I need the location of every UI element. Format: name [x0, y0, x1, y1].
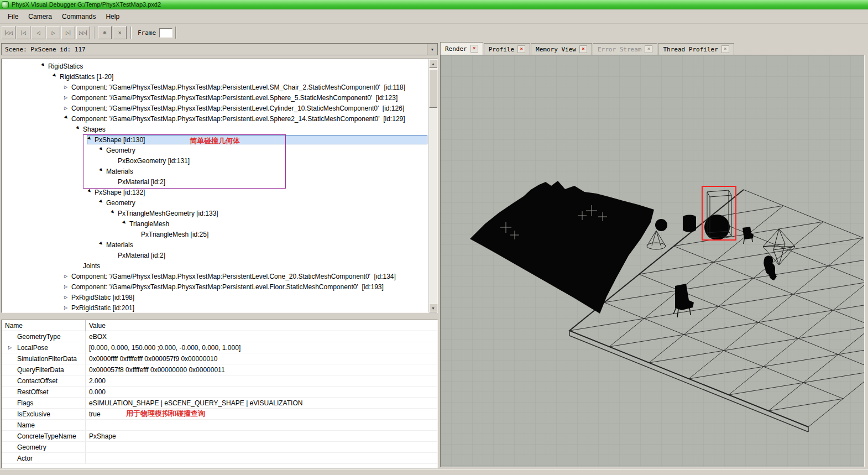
next-frame-button[interactable]: ▷|: [61, 26, 75, 39]
tree-item-body[interactable]: ▶RigidStatics [1-20]: [52, 72, 427, 81]
play-button[interactable]: ▷: [46, 26, 60, 39]
tree-item-body[interactable]: ▷Component: '/Game/PhysxTestMap.PhysxTes…: [64, 272, 427, 281]
property-row-name[interactable]: Name: [2, 420, 437, 431]
tab-close-icon[interactable]: ×: [721, 45, 729, 53]
tree-collapsed-arrow-icon[interactable]: ▷: [64, 274, 71, 279]
tree-item[interactable]: ▶TriangleMesh: [2, 218, 427, 229]
tree-item-body[interactable]: ▶Component: '/Game/PhysxTestMap.PhysxTes…: [64, 114, 427, 123]
first-frame-button[interactable]: |◁◁: [2, 26, 15, 39]
tree-collapsed-arrow-icon[interactable]: ▷: [64, 106, 71, 111]
last-frame-button[interactable]: ▷▷|: [76, 26, 90, 39]
tree-item[interactable]: ▶Geometry: [2, 197, 427, 208]
property-expand-arrow-icon[interactable]: ▷: [8, 345, 12, 350]
tree-item-body[interactable]: ▶PxShape [id:132]: [87, 187, 427, 197]
tree-expanded-arrow-icon[interactable]: ▶: [40, 62, 48, 70]
tree-item[interactable]: ▷Component: '/Game/PhysxTestMap.PhysxTes…: [2, 92, 427, 103]
tree-item[interactable]: ▷PxRigidStatic [id:201]: [2, 302, 427, 313]
scrollbar-thumb[interactable]: [429, 69, 437, 108]
tree-item[interactable]: ▷PxRigidStatic [id:198]: [2, 292, 427, 302]
tree-item-body[interactable]: ▶PxTriangleMeshGeometry [id:133]: [110, 208, 427, 218]
tree-expanded-arrow-icon[interactable]: ▶: [87, 135, 95, 143]
tab-close-icon[interactable]: ×: [645, 45, 652, 53]
tab-thread-profiler[interactable]: Thread Profiler×: [658, 43, 734, 55]
property-row-queryfilterdata[interactable]: QueryFilterData0x000057f8 0xffffefff 0x0…: [2, 364, 437, 375]
tree-item[interactable]: ▷Component: '/Game/PhysxTestMap.PhysxTes…: [2, 271, 427, 281]
tree-item-body[interactable]: ▶Shapes: [75, 124, 427, 134]
step-back-button[interactable]: ◁: [32, 26, 45, 39]
tree-expanded-arrow-icon[interactable]: ▶: [64, 114, 71, 122]
frame-input[interactable]: [159, 28, 172, 38]
tree-item-body[interactable]: ▷PxRigidStatic [id:198]: [64, 293, 427, 302]
menu-item-file[interactable]: File: [3, 11, 23, 22]
tree-item[interactable]: Joints: [2, 260, 427, 271]
tree-item[interactable]: ▷Component: '/Game/PhysxTestMap.PhysxTes…: [2, 82, 427, 92]
tree-item-body[interactable]: PxTriangleMesh [id:25]: [133, 229, 427, 239]
tree-item-body[interactable]: Joints: [75, 261, 427, 270]
tree-item-body[interactable]: ▶Geometry: [98, 198, 427, 207]
tree-item[interactable]: PxMaterial [id:2]: [2, 176, 427, 187]
property-row-actor[interactable]: Actor: [2, 453, 437, 464]
tree-collapsed-arrow-icon[interactable]: ▷: [64, 284, 71, 289]
tree-collapsed-arrow-icon[interactable]: ▷: [64, 295, 71, 300]
property-row-simulationfilterdata[interactable]: SimulationFilterData0x0000ffff 0xffffeff…: [2, 353, 437, 364]
tree-item[interactable]: ▶RigidStatics: [2, 61, 427, 71]
tree-item[interactable]: ▶Materials: [2, 166, 427, 176]
tree-item[interactable]: ▶Materials: [2, 239, 427, 250]
tree-collapsed-arrow-icon[interactable]: ▷: [64, 305, 71, 310]
scroll-down-arrow-icon[interactable]: ▼: [429, 304, 437, 312]
previous-frame-button[interactable]: |◁: [17, 26, 30, 39]
tree-expanded-arrow-icon[interactable]: ▶: [75, 125, 83, 133]
tree-item-body[interactable]: PxMaterial [id:2]: [110, 177, 427, 186]
title-bar[interactable]: PhysX Visual Debugger G:/Temp/PhysXTestM…: [0, 0, 868, 9]
tree-item-body[interactable]: ▷Component: '/Game/PhysxTestMap.PhysxTes…: [64, 82, 427, 92]
tree-expanded-arrow-icon[interactable]: ▶: [122, 220, 129, 227]
menu-item-commands[interactable]: Commands: [57, 11, 101, 22]
tab-close-icon[interactable]: ×: [470, 45, 478, 53]
property-row-geometry[interactable]: Geometry: [2, 442, 437, 453]
property-row-localpose[interactable]: ▷LocalPose[0.000, 0.000, 150.000 ;0.000,…: [2, 342, 437, 353]
tree-item[interactable]: PxTriangleMesh [id:25]: [2, 229, 427, 239]
tree-expanded-arrow-icon[interactable]: ▶: [98, 241, 106, 248]
tree-expanded-arrow-icon[interactable]: ▶: [98, 167, 106, 175]
tree-item[interactable]: ▶Shapes: [2, 124, 427, 134]
tree-item[interactable]: ▶Geometry: [2, 145, 427, 155]
tab-render[interactable]: Render×: [440, 42, 483, 55]
tree-expanded-arrow-icon[interactable]: ▶: [52, 72, 60, 80]
tree-item-body[interactable]: ▶Materials: [98, 166, 427, 176]
scroll-up-arrow-icon[interactable]: ▲: [429, 59, 437, 68]
tab-profile[interactable]: Profile×: [484, 43, 530, 55]
snowflake-button[interactable]: ❄: [98, 26, 112, 39]
property-row-isexclusive[interactable]: IsExclusivetrue: [2, 409, 437, 420]
tree-expanded-arrow-icon[interactable]: ▶: [98, 199, 106, 206]
scene-hierarchy-tree[interactable]: ▶RigidStatics▶RigidStatics [1-20]▷Compon…: [1, 59, 438, 313]
tree-item-body[interactable]: ▶RigidStatics: [40, 61, 427, 71]
stop-button[interactable]: ×: [113, 26, 127, 39]
tree-item[interactable]: ▷Component: '/Game/PhysxTestMap.PhysxTes…: [2, 103, 427, 113]
tree-item[interactable]: PxMaterial [id:2]: [2, 250, 427, 260]
property-row-flags[interactable]: FlagseSIMULATION_SHAPE | eSCENE_QUERY_SH…: [2, 398, 437, 409]
tab-close-icon[interactable]: ×: [517, 45, 525, 53]
tree-item-body[interactable]: ▶TriangleMesh: [122, 219, 427, 228]
tree-item-body[interactable]: ▶Geometry: [98, 145, 427, 155]
tree-expanded-arrow-icon[interactable]: ▶: [110, 209, 118, 217]
property-row-geometrytype[interactable]: GeometryTypeeBOX: [2, 331, 437, 342]
tree-item[interactable]: PxBoxGeometry [id:131]: [2, 155, 427, 166]
tree-item[interactable]: ▶PxTriangleMeshGeometry [id:133]: [2, 208, 427, 218]
tree-item-body[interactable]: ▶Materials: [98, 240, 427, 249]
tree-scrollbar[interactable]: ▲ ▼: [428, 59, 437, 312]
render-viewport[interactable]: [440, 55, 865, 467]
property-row-contactoffset[interactable]: ContactOffset2.000: [2, 375, 437, 387]
property-inspector[interactable]: Name Value GeometryTypeeBOX▷LocalPose[0.…: [1, 320, 438, 468]
property-row-concretetypename[interactable]: ConcreteTypeNamePxShape: [2, 431, 437, 442]
tree-expanded-arrow-icon[interactable]: ▶: [98, 146, 106, 154]
tree-item[interactable]: ▶Component: '/Game/PhysxTestMap.PhysxTes…: [2, 113, 427, 124]
tree-item-body[interactable]: ▷PxRigidStatic [id:201]: [64, 303, 427, 312]
menu-item-camera[interactable]: Camera: [23, 11, 57, 22]
panel-splitter[interactable]: [0, 313, 439, 320]
tree-item-body[interactable]: ▷Component: '/Game/PhysxTestMap.PhysxTes…: [64, 93, 427, 102]
tree-item[interactable]: ▶RigidStatics [1-20]: [2, 71, 427, 82]
tree-item[interactable]: ▶PxShape [id:132]: [2, 187, 427, 197]
tab-error-stream[interactable]: Error Stream×: [593, 43, 657, 55]
tree-item-body[interactable]: ▷Component: '/Game/PhysxTestMap.PhysxTes…: [64, 103, 427, 113]
combo-dropdown-arrow-icon[interactable]: ▼: [427, 44, 437, 55]
